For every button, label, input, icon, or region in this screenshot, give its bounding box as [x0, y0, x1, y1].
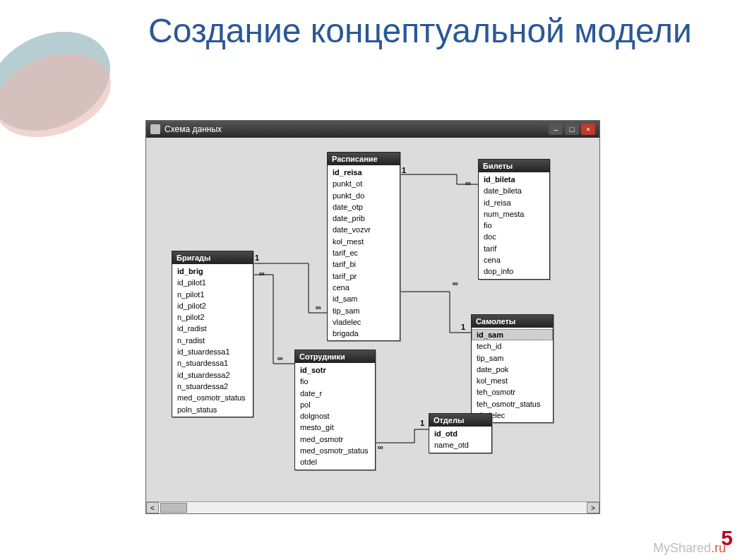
card-many: ∞ — [277, 354, 283, 362]
field[interactable]: n_pilot2 — [172, 311, 253, 323]
field[interactable]: pol — [295, 399, 375, 410]
field[interactable]: tip_sam — [472, 352, 553, 364]
field[interactable]: otdel — [295, 456, 375, 467]
card-one: 1 — [461, 323, 465, 331]
field[interactable]: n_radist — [172, 335, 253, 346]
field[interactable]: name_otd — [429, 439, 491, 451]
field[interactable]: dop_info — [479, 266, 549, 277]
card-one: 1 — [255, 254, 259, 262]
field[interactable]: punkt_do — [328, 190, 400, 201]
page-number: 5 — [721, 526, 733, 550]
card-many: ∞ — [465, 179, 471, 187]
field[interactable]: cena — [328, 282, 400, 293]
field[interactable]: dolgnost — [295, 410, 375, 422]
entity-otdely[interactable]: Отделы id_otd name_otd — [429, 413, 492, 453]
window-title: Схема данных — [165, 124, 222, 134]
field[interactable]: id_pilot1 — [172, 277, 253, 288]
field[interactable]: id_pilot2 — [172, 300, 253, 311]
schema-canvas[interactable]: 1 ∞ 1 ∞ ∞ ∞ ∞ 1 1 ∞ Бригады id_brig id_p… — [146, 138, 599, 501]
scroll-left-button[interactable]: < — [146, 502, 159, 513]
entity-samolety[interactable]: Самолеты id_sam tech_id tip_sam date_pok… — [471, 314, 554, 423]
field[interactable]: num_mesta — [479, 208, 549, 220]
scroll-right-button[interactable]: > — [587, 502, 599, 513]
field[interactable]: tarif — [479, 243, 549, 254]
field[interactable]: tip_sam — [328, 305, 400, 316]
field[interactable]: med_osmotr_status — [172, 392, 253, 403]
entity-body: id_bileta date_bileta id_reisa num_mesta… — [479, 172, 549, 279]
field[interactable]: cena — [479, 254, 549, 266]
field[interactable]: teh_osmotr_status — [472, 398, 553, 410]
entity-bilety[interactable]: Билеты id_bileta date_bileta id_reisa nu… — [478, 159, 550, 280]
entity-header: Сотрудники — [295, 350, 375, 363]
field[interactable]: date_otp — [328, 201, 400, 213]
scroll-thumb[interactable] — [160, 503, 187, 513]
field[interactable]: brigada — [328, 328, 400, 339]
maximize-button[interactable]: □ — [565, 124, 579, 135]
entity-header: Билеты — [479, 160, 549, 172]
field[interactable]: med_osmotr — [295, 434, 375, 445]
field[interactable]: tarif_pr — [328, 270, 400, 282]
field[interactable]: id_sam — [328, 293, 400, 304]
field[interactable]: id_radist — [172, 323, 253, 334]
entity-header: Самолеты — [472, 315, 553, 328]
field[interactable]: id_reisa — [479, 197, 549, 208]
field[interactable]: id_stuardessa1 — [172, 346, 253, 357]
card-many: ∞ — [453, 279, 458, 287]
field[interactable]: date_prib — [328, 213, 400, 224]
field[interactable]: n_pilot1 — [172, 289, 253, 300]
card-one: 1 — [420, 419, 424, 427]
field[interactable]: fio — [479, 220, 549, 231]
card-many: ∞ — [378, 443, 383, 451]
field[interactable]: mesto_git — [295, 422, 375, 433]
field[interactable]: id_bileta — [479, 174, 549, 185]
field[interactable]: id_brig — [172, 266, 253, 277]
field[interactable]: doc — [479, 231, 549, 242]
field[interactable]: id_otd — [429, 428, 491, 439]
entity-body: id_brig id_pilot1 n_pilot1 id_pilot2 n_p… — [172, 264, 253, 417]
entity-header: Отделы — [429, 414, 491, 427]
field[interactable]: n_stuardessa2 — [172, 381, 253, 392]
slide-title: Создание концептуальной модели — [148, 13, 692, 50]
entity-body: id_otd name_otd — [429, 427, 491, 453]
field[interactable]: teh_osmotr — [472, 386, 553, 398]
field[interactable]: fio — [295, 376, 375, 387]
close-button[interactable]: × — [581, 124, 595, 135]
field[interactable]: date_r — [295, 388, 375, 399]
entity-header: Расписание — [328, 153, 400, 165]
window-titlebar[interactable]: Схема данных – □ × — [146, 121, 599, 138]
card-many: ∞ — [259, 269, 265, 278]
field[interactable]: poln_status — [172, 404, 253, 415]
entity-header: Бригады — [172, 251, 253, 264]
schema-window: Схема данных – □ × 1 ∞ 1 ∞ — [145, 120, 600, 514]
entity-body: id_reisa punkt_ot punkt_do date_otp date… — [328, 165, 400, 340]
field[interactable]: punkt_ot — [328, 178, 400, 189]
field[interactable]: id_sotr — [295, 364, 375, 376]
field[interactable]: vladelec — [328, 316, 400, 328]
field[interactable]: date_pok — [472, 364, 553, 375]
entity-body: id_sam tech_id tip_sam date_pok kol_mest… — [472, 328, 553, 422]
card-one: 1 — [402, 166, 406, 174]
field[interactable]: kol_mest — [328, 236, 400, 247]
entity-brigady[interactable]: Бригады id_brig id_pilot1 n_pilot1 id_pi… — [172, 251, 253, 417]
field[interactable]: tech_id — [472, 340, 553, 352]
field[interactable]: med_osmotr_status — [295, 445, 375, 456]
entity-body: id_sotr fio date_r pol dolgnost mesto_gi… — [295, 363, 375, 470]
field[interactable]: n_stuardessa1 — [172, 357, 253, 369]
decorative-ellipses — [0, 7, 134, 134]
field-selected[interactable]: id_sam — [472, 329, 553, 340]
card-many: ∞ — [316, 303, 321, 311]
app-icon — [150, 124, 160, 134]
field[interactable]: date_vozvr — [328, 224, 400, 235]
field[interactable]: tarif_ec — [328, 247, 400, 258]
field[interactable]: id_stuardessa2 — [172, 369, 253, 381]
entity-sotrudniki[interactable]: Сотрудники id_sotr fio date_r pol dolgno… — [294, 350, 376, 470]
field[interactable]: date_bileta — [479, 185, 549, 196]
field[interactable]: kol_mest — [472, 375, 553, 386]
entity-raspisanie[interactable]: Расписание id_reisa punkt_ot punkt_do da… — [327, 152, 400, 341]
minimize-button[interactable]: – — [549, 124, 563, 135]
footer-watermark: MyShared.ru — [653, 541, 726, 556]
field[interactable]: tarif_bi — [328, 258, 400, 270]
field[interactable]: id_reisa — [328, 167, 400, 178]
horizontal-scrollbar[interactable]: < > — [146, 501, 599, 513]
slide: Создание концептуальной модели Схема дан… — [0, 0, 747, 560]
